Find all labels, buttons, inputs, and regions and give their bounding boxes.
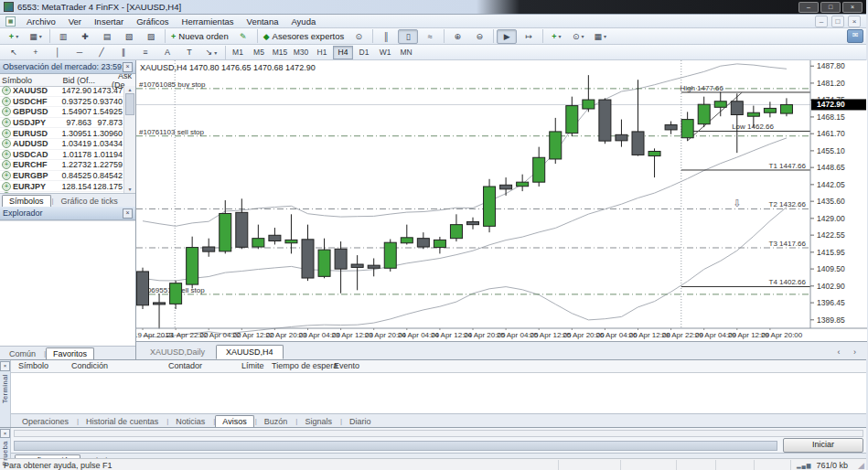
text-label-tool-button[interactable]: T [179, 45, 199, 59]
market-watch-row-eurgbp[interactable]: +EURGBP0.845250.84542 [0, 171, 124, 182]
vertical-line-tool-button[interactable]: │ [48, 45, 68, 59]
candle-bull[interactable] [566, 106, 578, 134]
terminal-column-condici-n[interactable]: Condición [71, 361, 108, 370]
timeframe-m15-button[interactable]: M15 [270, 46, 290, 59]
market-watch-scrollbar[interactable]: ▴ ▾ [123, 86, 135, 193]
market-watch-row-eurusd[interactable]: +EURUSD1.309511.30960 [0, 128, 124, 139]
terminal-tab-avisos[interactable]: Avisos [215, 415, 253, 427]
equidistant-channel-tool-button[interactable]: ∥ [113, 45, 134, 59]
candle-bull[interactable] [384, 242, 396, 268]
candle-bull[interactable] [681, 120, 693, 138]
new-order-button[interactable]: +Nueva orden [168, 29, 231, 44]
market-watch-row-audusd[interactable]: +AUDUSD1.034191.03434 [0, 139, 124, 150]
crosshair-tool-button[interactable]: + [26, 45, 46, 59]
market-watch-row-eurchf[interactable]: +EURCHF1.227321.22759 [0, 160, 124, 171]
candle-bull[interactable] [698, 104, 710, 124]
timeframe-w1-button[interactable]: W1 [375, 46, 395, 59]
candle-bear[interactable] [335, 249, 347, 269]
expert-advisors-button[interactable]: ◆Asesores expertos [261, 29, 348, 44]
candle-bull[interactable] [401, 238, 413, 243]
scroll-up-icon[interactable]: ▴ [128, 86, 131, 92]
templates-button[interactable]: ▦▾ [590, 29, 610, 44]
candle-bull[interactable] [170, 283, 182, 304]
market-watch-row-usdcad[interactable]: +USDCAD1.011781.01194 [0, 150, 124, 161]
dropdown-arrow-icon[interactable]: ▾ [558, 33, 561, 39]
candle-bear[interactable] [616, 134, 627, 141]
start-button[interactable]: Iniciar [783, 438, 863, 453]
fibonacci-tool-button[interactable]: ≡ [135, 45, 155, 59]
text-tool-button[interactable]: A [157, 45, 177, 59]
periods-button[interactable]: ⊙▾ [568, 29, 588, 44]
menu-item-ayuda[interactable]: Ayuda [284, 16, 322, 27]
restore-button[interactable]: □ [820, 2, 841, 13]
candle-bull[interactable] [220, 213, 231, 251]
candle-bear[interactable] [467, 222, 479, 225]
down-arrow-object[interactable]: ⇩ [733, 198, 741, 208]
dropdown-arrow-icon[interactable]: ▾ [582, 33, 584, 39]
timeframe-m30-button[interactable]: M30 [291, 46, 311, 59]
candle-bear[interactable] [632, 132, 644, 155]
candle-bear[interactable] [236, 212, 248, 247]
navigator-button[interactable]: ▤ [97, 29, 117, 44]
close-button[interactable]: × [842, 2, 863, 13]
candle-bull[interactable] [285, 240, 297, 242]
candle-bull[interactable] [764, 108, 776, 112]
auto-scroll-button[interactable]: ▶ [497, 29, 517, 44]
candle-bear[interactable] [137, 272, 149, 305]
mdi-minimize-icon[interactable]: – [815, 16, 828, 27]
candle-bear[interactable] [302, 240, 314, 278]
cursor-tool-button[interactable]: ↖ [4, 45, 24, 59]
terminal-close-icon[interactable]: × [0, 361, 10, 371]
candle-bull[interactable] [318, 250, 330, 276]
candle-bull[interactable] [583, 100, 595, 109]
dropdown-arrow-icon[interactable]: ▾ [16, 33, 18, 39]
new-chart-button[interactable]: +▾ [4, 29, 24, 44]
candle-bull[interactable] [747, 112, 759, 116]
timeframe-d1-button[interactable]: D1 [354, 46, 374, 59]
candle-bull[interactable] [517, 182, 529, 187]
candle-bull[interactable] [484, 187, 496, 226]
candle-bear[interactable] [417, 239, 429, 247]
tab-gr-fico-de-ticks[interactable]: Gráfico de ticks [54, 195, 125, 207]
timeframe-m1-button[interactable]: M1 [228, 46, 248, 59]
market-watch-row-gbpusd[interactable]: +GBPUSD1.549071.54925 [0, 107, 124, 118]
market-watch-close-icon[interactable]: × [123, 62, 133, 72]
column-symbol[interactable]: Símbolo [0, 76, 57, 85]
terminal-column-l-mite[interactable]: Límite [241, 361, 264, 370]
terminal-button[interactable]: ▧ [119, 29, 139, 44]
terminal-tab-diario[interactable]: Diario [342, 415, 379, 427]
timeframe-h4-button[interactable]: H4 [333, 46, 353, 59]
terminal-column-evento[interactable]: Evento [334, 361, 359, 370]
chart-tab-scroll-arrows[interactable]: ‹ › [838, 347, 863, 357]
terminal-side-label[interactable]: Terminal [1, 374, 9, 403]
menu-item-herramientas[interactable]: Herramientas [176, 16, 241, 27]
column-bid[interactable]: Bid (Of... [57, 76, 97, 85]
market-watch-button[interactable]: ▥ [53, 29, 73, 44]
horizontal-line-tool-button[interactable]: ─ [70, 45, 90, 59]
terminal-column-tiempo-de-espera[interactable]: Tiempo de espera [272, 361, 338, 370]
feedback-chat-icon[interactable]: ✉ [847, 29, 863, 43]
terminal-tab-operaciones[interactable]: Operaciones [15, 415, 76, 427]
market-watch-row-eurcad[interactable]: +EURCAD1.325031.32530 [0, 192, 124, 193]
terminal-column-s-mbolo[interactable]: Símbolo [18, 361, 48, 370]
zoom-in-button[interactable]: ⊕ [447, 29, 467, 44]
chart-bars-button[interactable]: ║ [376, 29, 396, 44]
metaeditor-button[interactable]: ✎ [233, 29, 253, 44]
mdi-close-icon[interactable]: × [848, 16, 861, 27]
timeframe-m5-button[interactable]: M5 [249, 46, 269, 59]
tester-side-label[interactable]: Prueba [1, 441, 9, 465]
navigator-body[interactable] [0, 220, 135, 346]
terminal-body[interactable] [11, 373, 866, 413]
menu-item-ver[interactable]: Ver [62, 16, 88, 27]
candle-bear[interactable] [351, 264, 363, 267]
dropdown-arrow-icon[interactable]: ▾ [604, 33, 606, 39]
timeframe-h1-button[interactable]: H1 [312, 46, 332, 59]
terminal-tab-historial-de-cuentas[interactable]: Historial de cuentas [79, 415, 166, 427]
market-watch-row-eurjpy[interactable]: +EURJPY128.154128.175 [0, 181, 124, 192]
zoom-out-button[interactable]: ⊖ [469, 29, 489, 44]
chart-candles-button[interactable]: ▯ [398, 29, 418, 44]
chart-shift-button[interactable]: ↦ [519, 29, 539, 44]
menu-item-gráficos[interactable]: Gráficos [130, 16, 175, 27]
candle-bull[interactable] [550, 132, 562, 159]
candle-bull[interactable] [450, 225, 462, 239]
